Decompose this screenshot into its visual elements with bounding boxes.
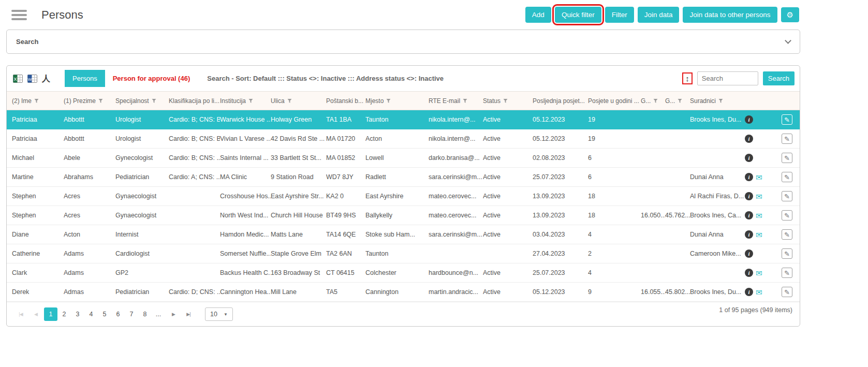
join-data-to-other-persons-button[interactable]: Join data to other persons — [683, 7, 777, 23]
info-icon[interactable]: i — [745, 249, 753, 258]
filter-icon[interactable] — [653, 98, 658, 104]
edit-icon[interactable]: ✎ — [782, 172, 792, 182]
mail-icon[interactable]: ✉ — [756, 173, 762, 181]
mail-icon[interactable]: ✉ — [756, 193, 762, 200]
pager-page-4[interactable]: 4 — [84, 307, 98, 321]
table-row[interactable]: StephenAcresGynaecologistCrosshouse Hos.… — [7, 187, 800, 206]
column-header-institucija[interactable]: Institucija — [220, 97, 271, 105]
table-row[interactable]: PatriciaaAbbotttUrologistCardio: B; CNS:… — [7, 110, 800, 129]
column-header-specijalnost[interactable]: Specijalnost — [115, 97, 169, 105]
column-header-ime[interactable]: (2) Ime — [12, 97, 64, 105]
info-icon[interactable]: i — [745, 269, 753, 277]
swap-row-order-icon[interactable]: ↕ — [682, 72, 693, 84]
pager-page-6[interactable]: 6 — [111, 307, 125, 321]
filter-button[interactable]: Filter — [605, 7, 634, 23]
pager-page-...[interactable]: ... — [152, 307, 165, 321]
table-row[interactable]: MichaelAbeleGynecologistCardio: B; CNS: … — [7, 149, 800, 168]
edit-icon[interactable]: ✎ — [782, 210, 792, 221]
info-icon[interactable]: i — [745, 173, 753, 181]
excel-export-icon[interactable]: X — [13, 75, 23, 83]
column-header-status[interactable]: Status — [483, 97, 533, 105]
tab-persons[interactable]: Persons — [65, 70, 105, 87]
chevron-down-icon[interactable] — [785, 37, 791, 44]
pager-page-2[interactable]: 2 — [57, 307, 71, 321]
table-row[interactable]: MartineAbrahamsPediatricianCardio: A; CN… — [7, 168, 800, 187]
edit-icon[interactable]: ✎ — [782, 287, 792, 297]
column-header-posljednja[interactable]: Posljednja posjet... — [533, 97, 588, 105]
filter-icon[interactable] — [34, 98, 39, 104]
grid-search-input[interactable] — [697, 71, 758, 85]
column-header-suradnici[interactable]: Suradnici — [690, 97, 745, 105]
pager-next-button[interactable]: ▶ — [167, 307, 180, 321]
filter-icon[interactable] — [152, 98, 156, 104]
menu-icon[interactable] — [11, 8, 27, 22]
mail-icon[interactable]: ✉ — [756, 269, 762, 277]
filter-icon[interactable] — [503, 98, 508, 104]
row-edit-cell: ✎ — [775, 229, 799, 240]
settings-button[interactable]: ⚙ — [781, 7, 799, 22]
filter-icon[interactable] — [718, 98, 723, 104]
table-row[interactable]: DerekAdmasPediatricianCardio: D; CNS: ..… — [7, 283, 800, 302]
join-data-button[interactable]: Join data — [638, 7, 680, 23]
table-row[interactable]: StephenAcresGynaecologistNorth West Ind.… — [7, 206, 800, 225]
add-button[interactable]: Add — [525, 7, 551, 23]
tab-person-for-approval[interactable]: Person for approval (46) — [105, 70, 198, 87]
filter-icon[interactable] — [386, 98, 391, 104]
pager-first-button[interactable]: |◀ — [14, 307, 27, 321]
table-row[interactable]: DianeActonInternistHamdon Medic...Matts … — [7, 225, 800, 244]
search-panel[interactable]: Search — [6, 30, 800, 54]
info-icon[interactable]: i — [745, 135, 753, 143]
column-header-g2[interactable]: G... — [665, 97, 690, 105]
column-header-g1[interactable]: G... — [641, 97, 665, 105]
edit-icon[interactable]: ✎ — [782, 191, 792, 201]
table-row[interactable]: CatherineAdamsCardiologistSomerset Nuffi… — [7, 244, 800, 263]
pager-prev-button[interactable]: ◀ — [29, 307, 42, 321]
word-export-icon[interactable]: W — [27, 75, 37, 83]
filter-icon[interactable] — [678, 98, 682, 104]
pdf-export-icon[interactable]: 人 — [42, 75, 50, 83]
pager-last-button[interactable]: ▶| — [182, 307, 195, 321]
info-icon[interactable]: i — [745, 211, 753, 219]
edit-icon[interactable]: ✎ — [782, 114, 792, 125]
cell-ulica: 9 Station Road — [271, 173, 326, 181]
pager-page-3[interactable]: 3 — [71, 307, 84, 321]
edit-icon[interactable]: ✎ — [782, 153, 792, 163]
column-header-mjesto[interactable]: Mjesto — [365, 97, 429, 105]
row-edit-cell: ✎ — [775, 153, 799, 163]
column-header-rte[interactable]: RTE E-mail — [429, 97, 483, 105]
cell-specijalnost: Cardiologist — [115, 250, 169, 257]
info-icon[interactable]: i — [745, 230, 753, 239]
filter-icon[interactable] — [287, 98, 292, 104]
cell-ulica: 42 Davis Rd Ste ... — [271, 135, 326, 142]
edit-icon[interactable]: ✎ — [782, 248, 792, 259]
column-header-klasifikacija[interactable]: Klasifikacija po li... — [169, 97, 220, 105]
filter-icon[interactable] — [463, 98, 467, 104]
info-icon[interactable]: i — [745, 192, 753, 200]
mail-icon[interactable]: ✉ — [756, 288, 762, 296]
grid-search-button[interactable]: Search — [763, 71, 795, 85]
edit-icon[interactable]: ✎ — [782, 229, 792, 240]
quick-filter-button[interactable]: Quick filter — [555, 7, 601, 23]
edit-icon[interactable]: ✎ — [782, 134, 792, 144]
page-size-select[interactable]: 10 ▼ — [205, 307, 233, 321]
info-icon[interactable]: i — [745, 115, 753, 124]
table-row[interactable]: PatriciaaAbbotttUrologistCardio: B; CNS:… — [7, 129, 800, 149]
column-header-ulica[interactable]: Ulica — [271, 97, 326, 105]
pager-page-8[interactable]: 8 — [138, 307, 152, 321]
page-size-value: 10 — [210, 311, 217, 318]
pager-page-5[interactable]: 5 — [98, 307, 111, 321]
mail-icon[interactable]: ✉ — [756, 212, 762, 219]
pager-page-1[interactable]: 1 — [44, 307, 57, 321]
table-row[interactable]: ClarkAdamsGP2Backus Health C...163 Broad… — [7, 263, 800, 283]
pager-page-7[interactable]: 7 — [125, 307, 138, 321]
column-header-posjete[interactable]: Posjete u godini ... — [588, 97, 641, 105]
filter-icon[interactable] — [98, 98, 103, 104]
info-icon[interactable]: i — [745, 288, 753, 296]
column-header-postanski[interactable]: Poštanski b... — [326, 97, 365, 105]
info-icon[interactable]: i — [745, 154, 753, 162]
column-header-prezime[interactable]: (1) Prezime — [64, 97, 115, 105]
mail-icon[interactable]: ✉ — [756, 231, 762, 239]
edit-icon[interactable]: ✎ — [782, 268, 792, 278]
filter-icon[interactable] — [248, 98, 253, 104]
cell-institucija: Saints Internal ... — [220, 154, 271, 162]
